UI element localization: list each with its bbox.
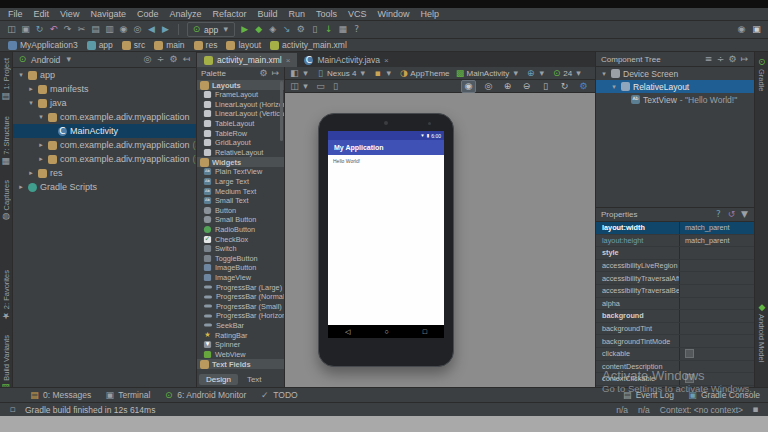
sort-icon[interactable]: ≡: [704, 55, 713, 64]
close-tab-icon[interactable]: ×: [384, 56, 389, 65]
palette-item[interactable]: ✓CheckBox: [197, 234, 284, 244]
property-row[interactable]: layout:width match_parent: [596, 222, 754, 235]
palette-item[interactable]: SeekBar: [197, 321, 284, 331]
zoom-actual-button[interactable]: ◉: [461, 80, 476, 93]
menu-item[interactable]: Window: [378, 9, 410, 19]
locale-selector[interactable]: ⊕▾: [526, 69, 546, 78]
dpi-icon[interactable]: ▯: [331, 82, 340, 91]
palette-item[interactable]: AbPlain TextView: [197, 167, 284, 177]
tool-window-button[interactable]: ▤ 1: Project: [2, 58, 11, 102]
filter-icon[interactable]: ▼: [740, 210, 749, 219]
project-tree-row[interactable]: ▾ app: [13, 68, 196, 82]
find-icon[interactable]: ◉: [737, 25, 746, 34]
property-row[interactable]: contextClickable: [596, 373, 754, 386]
tool-window-button[interactable]: ▦ 7: Structure: [2, 116, 11, 167]
tool-window-button[interactable]: ⊙ 6: Android Monitor: [164, 390, 246, 400]
palette-item[interactable]: AbLarge Text: [197, 177, 284, 187]
menu-item[interactable]: Analyze: [169, 9, 201, 19]
breadcrumb-item[interactable]: res: [194, 40, 218, 50]
hide-left-icon[interactable]: ↤: [182, 55, 191, 64]
breadcrumb-item[interactable]: layout: [226, 40, 261, 50]
menu-item[interactable]: Run: [289, 9, 306, 19]
zoom-in-button[interactable]: ⊕: [501, 81, 514, 92]
phone-content[interactable]: Hello World!: [328, 155, 444, 325]
property-row[interactable]: backgroundTintMode: [596, 335, 754, 348]
property-row[interactable]: alpha: [596, 298, 754, 311]
run-configuration-selector[interactable]: ⊙ app ▾: [187, 22, 235, 37]
property-row[interactable]: accessibilityTraversalBefore: [596, 285, 754, 298]
palette-scrollbar[interactable]: [280, 81, 283, 141]
menu-item[interactable]: Navigate: [90, 9, 126, 19]
project-tree-row[interactable]: ▸ Gradle Scripts: [13, 180, 196, 194]
save-icon[interactable]: ▣: [21, 25, 30, 34]
project-tree-row[interactable]: ▾ com.example.adiv.myapplication: [13, 110, 196, 124]
tool-window-button[interactable]: ⊙ Gradle: [757, 57, 766, 92]
palette-item[interactable]: ProgressBar (Large): [197, 282, 284, 292]
palette-item[interactable]: TableRow: [197, 128, 284, 138]
zoom-out-button[interactable]: ⊖: [520, 81, 533, 92]
property-row[interactable]: accessibilityLiveRegion: [596, 260, 754, 273]
palette-item[interactable]: Switch: [197, 244, 284, 254]
component-tree-row[interactable]: Ab TextView - "Hello World!": [596, 93, 754, 106]
activity-selector[interactable]: ▩ MainActivity ▾: [456, 69, 521, 78]
debug-icon[interactable]: ◆: [254, 25, 263, 34]
palette-item[interactable]: LinearLayout (Horizontal): [197, 100, 284, 110]
palette-item[interactable]: TableLayout: [197, 119, 284, 129]
project-tree-row[interactable]: ▾ java: [13, 96, 196, 110]
paste-icon[interactable]: ▥: [105, 25, 114, 34]
tool-window-button[interactable]: ▣ Terminal: [105, 390, 150, 400]
palette-item[interactable]: ★RatingBar: [197, 330, 284, 340]
property-row[interactable]: style: [596, 247, 754, 260]
sync-icon[interactable]: ↻: [35, 25, 44, 34]
dropdown-icon[interactable]: ▾: [64, 55, 73, 64]
palette-item[interactable]: WebView: [197, 349, 284, 359]
surface-selector[interactable]: ◧▾: [290, 69, 310, 78]
menu-item[interactable]: Build: [257, 9, 277, 19]
project-tree-row[interactable]: ▸ res: [13, 166, 196, 180]
menu-item[interactable]: View: [60, 9, 79, 19]
palette-item[interactable]: ProgressBar (Horizontal): [197, 311, 284, 321]
component-tree-row[interactable]: ▾ RelativeLayout: [596, 80, 754, 93]
preview-settings-button[interactable]: ⚙: [577, 81, 590, 92]
palette-item[interactable]: ProgressBar (Normal): [197, 292, 284, 302]
breadcrumb-item[interactable]: activity_main.xml: [270, 40, 347, 50]
collapse-icon[interactable]: ÷: [156, 55, 165, 64]
zoom-fit-button[interactable]: ◎: [482, 81, 495, 92]
property-checkbox[interactable]: [685, 349, 694, 358]
palette-item[interactable]: Button: [197, 206, 284, 216]
editor-tab[interactable]: activity_main.xml ×: [197, 53, 297, 67]
property-row[interactable]: clickable: [596, 348, 754, 361]
palette-item[interactable]: RadioButton: [197, 225, 284, 235]
tool-window-button[interactable]: ▣ Gradle Console: [688, 390, 760, 400]
avd-icon[interactable]: ▯: [310, 25, 319, 34]
tool-window-button[interactable]: ▤ Event Log: [623, 390, 674, 400]
forward-icon[interactable]: ▶: [161, 25, 170, 34]
config-selector[interactable]: ◫▾: [290, 82, 310, 91]
theme-selector[interactable]: ◑ AppTheme: [399, 69, 449, 78]
menu-item[interactable]: Edit: [34, 9, 50, 19]
revert-icon[interactable]: ↺: [727, 210, 736, 219]
palette-section-header[interactable]: Text Fields: [197, 359, 284, 369]
breadcrumb-item[interactable]: app: [87, 40, 113, 50]
palette-item[interactable]: RelativeLayout: [197, 148, 284, 158]
project-tree-row[interactable]: ▸ manifests: [13, 82, 196, 96]
size-icon[interactable]: ▭: [316, 82, 325, 91]
gear-icon[interactable]: ⚙: [728, 55, 737, 64]
back-icon[interactable]: ◀: [147, 25, 156, 34]
design-canvas[interactable]: ▼ ▮ 6:00 My Application Hello World! ◁: [285, 93, 595, 387]
device-selector[interactable]: ▯ Nexus 4 ▾: [316, 69, 367, 78]
palette-item[interactable]: LinearLayout (Vertical): [197, 109, 284, 119]
undo-icon[interactable]: ↶: [49, 25, 58, 34]
attach-icon[interactable]: ↘: [282, 25, 291, 34]
palette-item[interactable]: FrameLayout: [197, 90, 284, 100]
palette-item[interactable]: AbSmall Text: [197, 196, 284, 206]
property-row[interactable]: background: [596, 310, 754, 323]
component-tree-row[interactable]: ▾ Device Screen: [596, 67, 754, 80]
help-blue-icon[interactable]: ?: [714, 210, 723, 219]
hide-right-icon[interactable]: ↦: [271, 69, 280, 78]
gear-icon[interactable]: ⚙: [296, 25, 305, 34]
tool-window-button[interactable]: ★ 2: Favorites: [2, 270, 11, 321]
export-preview-button[interactable]: ▯: [539, 81, 552, 92]
project-tree-row[interactable]: ▸ com.example.adiv.myapplication (test): [13, 152, 196, 166]
breadcrumb-item[interactable]: main: [154, 40, 184, 50]
